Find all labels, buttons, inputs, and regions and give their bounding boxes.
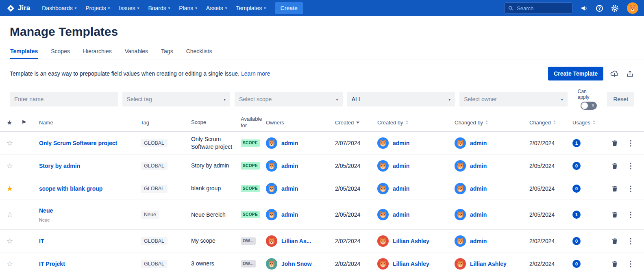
owner-link[interactable]: admin xyxy=(281,140,298,146)
template-name-link[interactable]: scope with blank group xyxy=(39,185,102,192)
user-avatar[interactable] xyxy=(627,2,638,14)
changed-by-link[interactable]: admin xyxy=(470,163,487,169)
settings-gear-icon[interactable] xyxy=(611,4,619,13)
nav-boards[interactable]: Boards▾ xyxy=(144,2,174,14)
tab-templates[interactable]: Templates xyxy=(10,44,38,59)
created-by-link[interactable]: Lillian Ashley xyxy=(393,238,429,244)
created-by-link[interactable]: admin xyxy=(393,211,409,218)
flag-header-icon[interactable]: ⚑ xyxy=(21,119,26,126)
tab-checklists[interactable]: Checklists xyxy=(186,44,213,59)
top-navigation: Jira Dashboards▾ Projects▾ Issues▾ Board… xyxy=(0,0,644,16)
tab-hierarchies[interactable]: Hierarchies xyxy=(83,44,112,59)
created-by-link[interactable]: admin xyxy=(393,140,409,146)
chevron-down-icon: ▾ xyxy=(224,97,226,102)
star-icon[interactable]: ☆ xyxy=(7,211,13,218)
header-changed[interactable]: Changed xyxy=(529,120,572,126)
tab-variables[interactable]: Variables xyxy=(124,44,148,59)
changed-by-link[interactable]: admin xyxy=(470,238,487,244)
scope-filter-select[interactable]: Select scope▾ xyxy=(235,92,343,107)
star-icon[interactable]: ☆ xyxy=(7,260,13,267)
changed-by-link[interactable]: admin xyxy=(470,185,487,192)
changed-by-link[interactable]: admin xyxy=(470,140,487,146)
jira-logo-icon xyxy=(7,4,15,13)
nav-plans[interactable]: Plans▾ xyxy=(174,2,202,14)
header-scope[interactable]: Scope xyxy=(191,119,241,126)
jira-logo[interactable]: Jira xyxy=(6,4,36,13)
nav-assets[interactable]: Assets▾ xyxy=(202,2,232,14)
created-by-link[interactable]: admin xyxy=(393,185,409,192)
favorites-header-star-icon[interactable]: ★ xyxy=(7,119,12,126)
announcement-icon[interactable] xyxy=(580,4,588,12)
chevron-down-icon: ▾ xyxy=(168,6,170,10)
header-created-by[interactable]: Created by xyxy=(377,120,455,126)
tab-tags[interactable]: Tags xyxy=(161,44,174,59)
tab-scopes[interactable]: Scopes xyxy=(50,44,70,59)
created-by-link[interactable]: Lillian Ashley xyxy=(393,261,429,267)
tag-filter-select[interactable]: Select tag▾ xyxy=(122,92,231,107)
changed-by-avatar xyxy=(455,235,466,247)
owner-avatar xyxy=(266,235,277,247)
header-created[interactable]: Created xyxy=(335,120,377,126)
created-by-link[interactable]: admin xyxy=(393,163,409,169)
create-button[interactable]: Create xyxy=(275,2,303,14)
owner-link[interactable]: admin xyxy=(281,163,298,169)
nav-projects[interactable]: Projects▾ xyxy=(81,2,114,14)
header-name[interactable]: Name xyxy=(39,120,141,126)
delete-trash-icon[interactable] xyxy=(611,238,618,244)
owner-link[interactable]: Lillian As... xyxy=(281,238,311,244)
owner-link[interactable]: admin xyxy=(281,211,298,218)
delete-trash-icon[interactable] xyxy=(611,211,618,218)
template-name-link[interactable]: Only Scrum Software project xyxy=(39,140,117,146)
row-menu-kebab-icon[interactable]: ⋮ xyxy=(627,139,634,147)
header-owners[interactable]: Owners xyxy=(266,120,335,126)
star-icon[interactable]: ☆ xyxy=(7,237,13,245)
usages-badge: 0 xyxy=(572,237,581,245)
table-row: ☆ IT Projekt GLOBAL 3 owners OW... John … xyxy=(0,252,644,274)
reset-button[interactable]: Reset xyxy=(607,92,634,107)
nav-templates[interactable]: Templates▾ xyxy=(231,2,270,14)
template-name-link[interactable]: Story by admin xyxy=(39,163,80,169)
header-tag[interactable]: Tag xyxy=(141,120,191,126)
owner-filter-select[interactable]: Select owner▾ xyxy=(459,92,568,107)
star-icon[interactable]: ☆ xyxy=(7,139,13,147)
changed-by-link[interactable]: Lillian Ashley xyxy=(470,261,507,267)
header-usages[interactable]: Usages xyxy=(572,120,602,126)
name-filter-input[interactable] xyxy=(10,92,118,107)
available-for-badge: SCOPE xyxy=(241,211,260,218)
delete-trash-icon[interactable] xyxy=(611,261,618,267)
table-row: ☆ Neue Neue Neue Neue Bereich SCOPE admi… xyxy=(0,200,644,230)
delete-trash-icon[interactable] xyxy=(611,185,618,192)
learn-more-link[interactable]: Learn more xyxy=(241,70,270,77)
owner-link[interactable]: admin xyxy=(281,185,298,192)
usages-badge: 0 xyxy=(572,260,581,268)
template-name-link[interactable]: IT Projekt xyxy=(39,261,65,267)
row-menu-kebab-icon[interactable]: ⋮ xyxy=(627,260,634,267)
row-menu-kebab-icon[interactable]: ⋮ xyxy=(627,237,634,245)
nav-dashboards[interactable]: Dashboards▾ xyxy=(37,2,81,14)
row-menu-kebab-icon[interactable]: ⋮ xyxy=(627,185,634,192)
header-available-for[interactable]: Available for xyxy=(241,116,266,128)
star-icon[interactable]: ★ xyxy=(7,185,13,192)
status-filter-select[interactable]: ALL▾ xyxy=(347,92,455,107)
changed-by-link[interactable]: admin xyxy=(470,211,487,218)
row-menu-kebab-icon[interactable]: ⋮ xyxy=(627,211,634,218)
template-name-link[interactable]: IT xyxy=(39,238,44,244)
header-changed-by[interactable]: Changed by xyxy=(455,120,529,126)
can-apply-toggle[interactable]: × xyxy=(581,102,597,110)
nav-issues[interactable]: Issues▾ xyxy=(114,2,144,14)
export-share-icon[interactable] xyxy=(626,70,634,78)
changed-by-avatar xyxy=(455,137,466,149)
owner-link[interactable]: John Snow xyxy=(281,261,312,267)
template-name-link[interactable]: Neue xyxy=(39,207,53,214)
search-input[interactable] xyxy=(516,5,568,12)
help-icon[interactable]: ? xyxy=(596,5,603,12)
delete-trash-icon[interactable] xyxy=(611,163,618,169)
description-row: Template is an easy way to prepopulate f… xyxy=(10,65,634,83)
import-cloud-download-icon[interactable] xyxy=(610,69,619,78)
star-icon[interactable]: ☆ xyxy=(7,162,13,170)
create-template-button[interactable]: Create Template xyxy=(548,67,603,80)
delete-trash-icon[interactable] xyxy=(611,140,618,146)
tab-bar: Templates Scopes Hierarchies Variables T… xyxy=(0,44,644,59)
nav-search[interactable] xyxy=(504,2,572,14)
row-menu-kebab-icon[interactable]: ⋮ xyxy=(627,162,634,170)
